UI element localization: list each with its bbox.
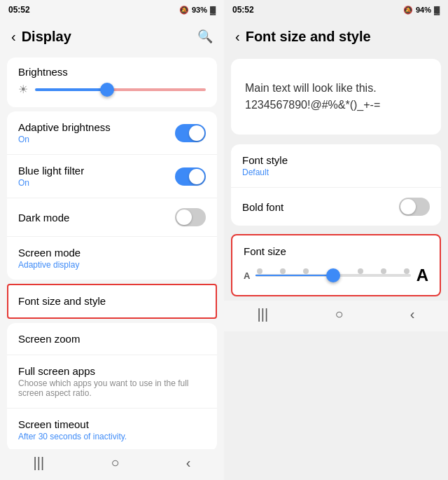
font-slider-dots (255, 268, 410, 282)
blue-light-item[interactable]: Blue light filter On (7, 155, 217, 198)
blue-light-sublabel: On (18, 178, 84, 188)
sun-icon: ☀ (18, 83, 28, 96)
dot-5 (358, 268, 363, 274)
brightness-thumb (100, 83, 114, 97)
brightness-slider[interactable] (35, 88, 206, 91)
back-nav-icon-right[interactable]: ‹ (410, 306, 415, 322)
font-size-style-item[interactable]: Font size and style (7, 284, 217, 319)
blue-light-text: Blue light filter On (18, 165, 84, 188)
back-button-left[interactable]: ‹ (11, 29, 16, 45)
screen-mode-label: Screen mode (18, 247, 80, 259)
brightness-card: Brightness ☀ (7, 57, 217, 107)
search-icon[interactable]: 🔍 (197, 29, 213, 44)
font-style-text: Font style Default (242, 154, 288, 177)
dot-4-active (326, 268, 340, 282)
brightness-slider-row: ☀ (18, 83, 206, 96)
battery-right: ▓ (434, 6, 440, 14)
font-size-card: Font size A A (231, 234, 441, 296)
adaptive-brightness-sublabel: On (18, 135, 111, 144)
right-panel: 05:52 🔕 94% ▓ ‹ Font size and style Main… (224, 0, 448, 480)
dark-mode-item[interactable]: Dark mode (7, 198, 217, 237)
signal-right: 94% (416, 6, 431, 14)
full-screen-sublabel: Choose which apps you want to use in the… (18, 378, 206, 398)
preview-line1: Main text will look like this. (245, 80, 427, 97)
bold-font-label: Bold font (242, 201, 284, 213)
font-style-value: Default (242, 167, 288, 177)
main-settings-card: Adaptive brightness On Blue light filter… (7, 111, 217, 280)
dark-mode-label: Dark mode (18, 212, 69, 224)
screen-timeout-label: Screen timeout (18, 418, 127, 430)
dark-mode-toggle[interactable] (175, 208, 206, 226)
screen-mode-text: Screen mode Adaptive display (18, 247, 80, 270)
page-title-left: Display (22, 29, 71, 45)
font-style-label: Font style (242, 154, 288, 166)
preview-line2: 1234567890!@#%&*()_+-= (245, 97, 427, 114)
lower-settings-card: Screen zoom Full screen apps Choose whic… (7, 323, 217, 449)
page-title-right: Font size and style (246, 29, 371, 45)
toggle-knob-2 (189, 169, 204, 184)
time-right: 05:52 (232, 5, 254, 15)
full-screen-text: Full screen apps Choose which apps you w… (18, 365, 206, 398)
back-nav-icon[interactable]: ‹ (186, 455, 191, 471)
top-bar-right-group: ‹ Font size and style (235, 29, 371, 45)
status-icons-right: 🔕 94% ▓ (403, 6, 440, 15)
left-panel: 05:52 🔕 93% ▓ ‹ Display 🔍 Brightness ☀ (0, 0, 224, 480)
font-size-title: Font size (244, 245, 428, 257)
bold-font-toggle[interactable] (399, 198, 430, 216)
dot-2 (280, 268, 286, 274)
status-icons-left: 🔕 93% ▓ (179, 6, 216, 15)
full-screen-item[interactable]: Full screen apps Choose which apps you w… (7, 355, 217, 409)
mute-icon: 🔕 (179, 6, 189, 15)
adaptive-brightness-label: Adaptive brightness (18, 121, 111, 133)
toggle-knob-bold (400, 199, 416, 214)
brightness-item: Brightness ☀ (7, 57, 217, 107)
screen-mode-item[interactable]: Screen mode Adaptive display (7, 237, 217, 280)
time-left: 05:52 (8, 5, 30, 15)
recents-icon[interactable]: ||| (34, 455, 45, 471)
blue-light-label: Blue light filter (18, 165, 84, 177)
adaptive-brightness-item[interactable]: Adaptive brightness On (7, 111, 217, 155)
blue-light-toggle[interactable] (175, 167, 206, 186)
toggle-knob (189, 125, 204, 141)
dot-7 (404, 268, 410, 274)
back-button-right[interactable]: ‹ (235, 29, 240, 45)
screen-timeout-text: Screen timeout After 30 seconds of inact… (18, 418, 127, 441)
signal-left: 93% (192, 6, 207, 14)
adaptive-brightness-text: Adaptive brightness On (18, 121, 111, 144)
font-settings-card: Font style Default Bold font (231, 144, 441, 226)
home-icon[interactable]: ○ (111, 455, 119, 471)
adaptive-brightness-toggle[interactable] (175, 124, 206, 142)
dot-1 (257, 268, 262, 274)
screen-zoom-item[interactable]: Screen zoom (7, 323, 217, 355)
font-style-row[interactable]: Font style Default (231, 144, 441, 188)
font-size-slider-row: A A (244, 266, 428, 285)
bold-font-row[interactable]: Bold font (231, 188, 441, 226)
nav-bar-left: ||| ○ ‹ (0, 449, 224, 480)
screen-timeout-sublabel: After 30 seconds of inactivity. (18, 432, 127, 441)
home-icon-right[interactable]: ○ (335, 306, 343, 322)
preview-card: Main text will look like this. 123456789… (231, 59, 441, 135)
brightness-label: Brightness (18, 66, 68, 78)
recents-icon-right[interactable]: ||| (258, 306, 269, 322)
dot-3 (303, 268, 309, 274)
full-screen-label: Full screen apps (18, 365, 206, 377)
dot-6 (381, 268, 386, 274)
top-bar-left: ‹ Display 🔍 (0, 20, 224, 53)
screen-timeout-item[interactable]: Screen timeout After 30 seconds of inact… (7, 409, 217, 449)
font-size-style-label: Font size and style (18, 295, 106, 307)
top-bar-left-group: ‹ Display (11, 29, 71, 45)
screen-zoom-label: Screen zoom (18, 333, 80, 345)
status-bar-right: 05:52 🔕 94% ▓ (224, 0, 448, 20)
top-bar-right: ‹ Font size and style (224, 20, 448, 53)
font-size-slider[interactable] (255, 274, 410, 277)
font-size-large-a: A (416, 266, 428, 285)
mute-icon-right: 🔕 (403, 6, 413, 15)
toggle-knob-3 (176, 210, 192, 225)
settings-list: Brightness ☀ Adaptive brightness On (0, 53, 224, 449)
battery-left: ▓ (210, 6, 216, 14)
font-size-small-a: A (244, 270, 250, 281)
status-bar-left: 05:52 🔕 93% ▓ (0, 0, 224, 20)
screen-mode-sublabel: Adaptive display (18, 260, 80, 270)
nav-bar-right: ||| ○ ‹ (224, 301, 448, 331)
